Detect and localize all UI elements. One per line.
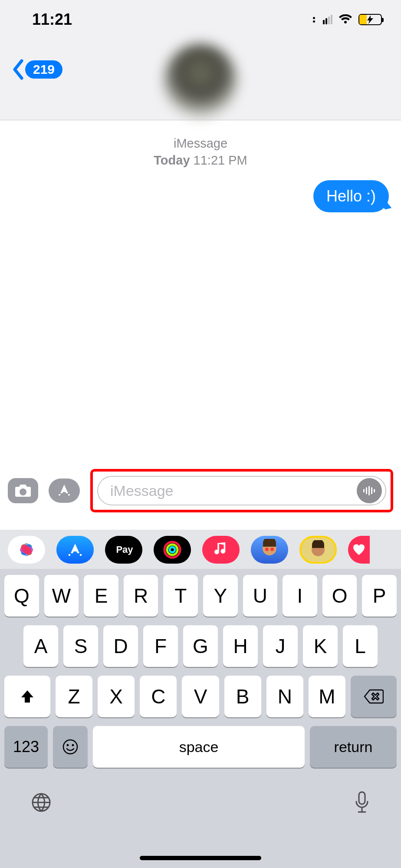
memoji-camera-app-icon[interactable] (299, 536, 337, 564)
back-button[interactable]: 219 (11, 59, 62, 80)
emoji-icon (62, 738, 79, 756)
key-u[interactable]: U (243, 575, 278, 617)
shift-icon (19, 688, 36, 705)
key-f[interactable]: F (143, 625, 178, 667)
apple-music-app-icon[interactable] (202, 536, 240, 564)
keyboard-row-2: A S D F G H J K L (4, 625, 397, 667)
numbers-key[interactable]: 123 (4, 726, 48, 768)
key-m[interactable]: M (309, 676, 345, 717)
photos-app-icon[interactable] (8, 536, 45, 564)
key-g[interactable]: G (183, 625, 218, 667)
highlight-annotation: iMessage (90, 469, 393, 512)
home-indicator[interactable] (140, 856, 261, 860)
backspace-key[interactable] (351, 676, 397, 717)
key-v[interactable]: V (182, 676, 219, 717)
shift-key[interactable] (4, 676, 50, 717)
key-d[interactable]: D (103, 625, 138, 667)
message-placeholder: iMessage (110, 482, 357, 499)
photos-icon (18, 541, 35, 558)
imessage-app-strip[interactable]: Pay (0, 530, 401, 570)
charging-bolt-icon (367, 15, 373, 24)
memoji-face2-icon (309, 540, 328, 559)
chevron-left-icon (11, 59, 24, 80)
dual-sim-icon (313, 17, 315, 23)
battery-icon (358, 14, 382, 25)
key-e[interactable]: E (84, 575, 118, 617)
apple-pay-label: Pay (116, 544, 133, 555)
music-note-icon (214, 542, 227, 557)
message-input[interactable]: iMessage (97, 476, 386, 505)
key-c[interactable]: C (140, 676, 177, 717)
key-k[interactable]: K (303, 625, 338, 667)
keyboard-row-1: Q W E R T Y U I O P (4, 575, 397, 617)
key-z[interactable]: Z (56, 676, 92, 717)
key-b[interactable]: B (224, 676, 261, 717)
app-store-a-icon (66, 541, 84, 558)
svg-rect-24 (359, 792, 365, 804)
keyboard-row-3: Z X C V B N M (4, 676, 397, 717)
key-r[interactable]: R (124, 575, 158, 617)
key-y[interactable]: Y (203, 575, 238, 617)
conversation-area: iMessage Today 11:21 PM Hello :) (0, 120, 401, 212)
key-x[interactable]: X (98, 676, 135, 717)
keyboard: Q W E R T Y U I O P A S D F G H J K L Z … (0, 569, 401, 868)
svg-point-17 (265, 548, 269, 551)
svg-rect-0 (363, 489, 365, 492)
key-a[interactable]: A (23, 625, 58, 667)
digital-touch-app-icon[interactable] (348, 536, 370, 564)
app-store-app-icon[interactable] (56, 536, 94, 564)
globe-icon (30, 792, 52, 813)
svg-point-21 (67, 744, 69, 746)
microphone-icon (353, 790, 371, 815)
key-l[interactable]: L (343, 625, 378, 667)
camera-button[interactable] (8, 478, 38, 503)
key-q[interactable]: Q (4, 575, 39, 617)
emoji-key[interactable] (53, 726, 88, 768)
unread-count-badge: 219 (25, 60, 62, 79)
key-o[interactable]: O (322, 575, 357, 617)
contact-avatar[interactable] (164, 43, 237, 117)
svg-rect-3 (371, 487, 372, 494)
wifi-icon (339, 14, 352, 25)
key-j[interactable]: J (263, 625, 298, 667)
dictation-key[interactable] (353, 790, 371, 815)
memoji-app-icon[interactable] (251, 536, 288, 564)
compose-bar: iMessage (0, 469, 401, 520)
svg-rect-1 (366, 487, 367, 494)
svg-point-18 (270, 548, 274, 551)
apple-pay-app-icon[interactable]: Pay (105, 536, 142, 564)
outgoing-message-bubble[interactable]: Hello :) (313, 180, 389, 212)
cellular-icon (323, 15, 332, 24)
return-key[interactable]: return (310, 726, 397, 768)
message-row: Hello :) (12, 180, 389, 212)
key-t[interactable]: T (163, 575, 198, 617)
voice-message-button[interactable] (357, 478, 382, 503)
memoji-face-icon (259, 539, 280, 561)
globe-key[interactable] (30, 792, 52, 813)
svg-rect-4 (374, 489, 375, 492)
heart-icon (352, 544, 365, 556)
timestamp-time: 11:21 PM (194, 153, 247, 167)
app-drawer-button[interactable] (49, 479, 80, 503)
waveform-icon (362, 485, 376, 496)
messages-header: 11:21 219 (0, 0, 401, 120)
svg-point-22 (72, 744, 74, 746)
backspace-icon (364, 689, 384, 704)
key-w[interactable]: W (44, 575, 79, 617)
space-key[interactable]: space (93, 726, 305, 768)
status-right (313, 14, 382, 25)
keyboard-bottom-row (4, 776, 397, 815)
key-n[interactable]: N (266, 676, 303, 717)
svg-rect-2 (368, 486, 370, 495)
message-timestamp: iMessage Today 11:21 PM (12, 135, 389, 169)
camera-icon (14, 483, 32, 498)
status-bar: 11:21 (0, 0, 401, 29)
key-p[interactable]: P (362, 575, 397, 617)
fitness-app-icon[interactable] (154, 536, 191, 564)
key-i[interactable]: I (283, 575, 317, 617)
svg-point-15 (170, 547, 175, 552)
key-s[interactable]: S (63, 625, 98, 667)
key-h[interactable]: H (223, 625, 258, 667)
status-time: 11:21 (32, 10, 72, 29)
channel-label: iMessage (12, 135, 389, 152)
